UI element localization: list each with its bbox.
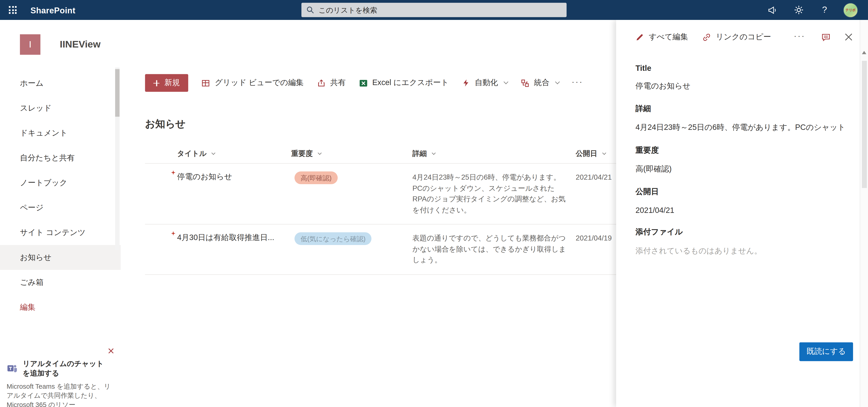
app-name[interactable]: SharePoint: [30, 5, 75, 15]
column-header-title[interactable]: タイトル: [145, 148, 291, 158]
automate-label: 自動化: [475, 78, 498, 88]
field-published: 公開日 2021/04/21: [636, 174, 843, 214]
field-value: 2021/04/21: [636, 197, 843, 214]
field-label: 重要度: [636, 133, 843, 156]
sidebar-item-announcements[interactable]: お知らせ: [0, 245, 121, 270]
sidebar-item-notebook[interactable]: ノートブック: [0, 170, 121, 195]
comments-button[interactable]: [821, 32, 831, 42]
field-value: 停電のお知らせ: [636, 72, 843, 91]
edit-all-button[interactable]: すべて編集: [636, 32, 688, 42]
avatar-label: テリボ: [845, 7, 856, 12]
search-icon: [306, 6, 314, 14]
field-label: 公開日: [636, 174, 843, 197]
teams-promo: リアルタイムのチャットを追加する Microsoft Teams を追加すると、…: [6, 343, 114, 407]
sidebar-item-site-contents[interactable]: サイト コンテンツ: [0, 220, 121, 245]
panel-scrollbar[interactable]: [860, 20, 868, 407]
new-item-icon: [170, 170, 176, 176]
site-title[interactable]: IINEView: [60, 34, 100, 55]
close-icon: [845, 33, 852, 41]
panel-command-right: [821, 32, 852, 42]
row-title-cell: 4月30日は有給取得推進日...: [145, 233, 291, 265]
command-more-button[interactable]: ···: [571, 77, 583, 89]
suite-bar: SharePoint ? テリボ: [0, 0, 868, 20]
field-label: 添付ファイル: [636, 214, 843, 237]
field-importance: 重要度 高(即確認): [636, 133, 843, 174]
suite-bar-actions: ? テリボ: [760, 0, 868, 20]
field-value: 添付されているものはありません。: [636, 237, 843, 256]
chevron-down-icon: [212, 151, 215, 155]
share-label: 共有: [330, 78, 346, 88]
chevron-down-icon: [432, 151, 436, 155]
sidebar-scrollbar-thumb[interactable]: [115, 69, 120, 117]
row-details: 表題の通りですので、どうしても業務都合がつかない場合を除いては、できるかぎり取得…: [412, 233, 576, 265]
row-title-cell: 停電のお知らせ: [145, 172, 291, 215]
sidebar-scrollbar[interactable]: [115, 67, 120, 250]
scroll-up-arrow-icon[interactable]: [862, 51, 866, 54]
sidebar-item-recycle-bin[interactable]: ごみ箱: [0, 270, 121, 295]
link-icon: [702, 32, 712, 42]
teams-promo-title: リアルタイムのチャットを追加する: [23, 359, 106, 377]
field-details: 詳細 4月24日23時～25日の6時、停電があります。PCのシャット…: [636, 91, 843, 133]
site-logo[interactable]: I: [20, 34, 40, 55]
share-icon: [316, 78, 326, 88]
column-header-details[interactable]: 詳細: [412, 148, 576, 158]
mark-read-button[interactable]: 既読にする: [799, 342, 853, 361]
grid-icon: [201, 78, 210, 88]
grid-view-edit-button[interactable]: グリッド ビューでの編集: [201, 78, 304, 88]
copy-link-button[interactable]: リンクのコピー: [702, 32, 771, 42]
chevron-down-icon: [602, 151, 606, 155]
export-excel-label: Excel にエクスポート: [372, 78, 449, 88]
sidebar-nav: ホーム スレッド ドキュメント 自分たちと共有 ノートブック ページ サイト コ…: [0, 66, 121, 407]
column-label: 重要度: [291, 148, 313, 158]
export-excel-button[interactable]: Excel にエクスポート: [359, 78, 449, 88]
gear-icon: [794, 5, 803, 15]
search-box[interactable]: [302, 3, 566, 17]
chevron-down-icon: [503, 79, 508, 84]
account-button[interactable]: テリボ: [838, 0, 864, 20]
feedback-button[interactable]: [760, 0, 785, 20]
column-label: 公開日: [576, 148, 597, 158]
integrate-icon: [520, 78, 530, 88]
sidebar-item-documents[interactable]: ドキュメント: [0, 121, 121, 145]
sidebar-item-thread[interactable]: スレッド: [0, 96, 121, 121]
panel-command-bar: すべて編集 リンクのコピー ···: [636, 28, 852, 46]
teams-promo-body: Microsoft Teams を追加すると、リアルタイムで共同作業したり、Mi…: [6, 382, 114, 407]
grid-view-edit-label: グリッド ビューでの編集: [215, 78, 304, 88]
importance-badge: 高(即確認): [294, 171, 338, 184]
row-importance-cell: 低(気になったら確認): [291, 233, 412, 265]
automate-icon: [462, 78, 470, 87]
importance-badge: 低(気になったら確認): [294, 232, 372, 245]
row-details: 4月24日23時～25日の6時、停電があります。PCのシャットダウン、スケジュー…: [412, 172, 576, 215]
field-title: Title 停電のお知らせ: [636, 51, 843, 91]
field-attachments: 添付ファイル 添付されているものはありません。: [636, 214, 843, 256]
row-title[interactable]: 4月30日は有給取得推進日...: [177, 233, 274, 243]
sidebar-item-home[interactable]: ホーム: [0, 71, 121, 96]
app-launcher-button[interactable]: [0, 0, 25, 20]
automate-button[interactable]: 自動化: [462, 78, 507, 88]
integrate-button[interactable]: 統合: [520, 78, 559, 88]
panel-close-button[interactable]: [845, 33, 852, 41]
column-label: 詳細: [412, 148, 427, 158]
promo-close-button[interactable]: [108, 347, 114, 353]
row-title[interactable]: 停電のお知らせ: [177, 172, 232, 182]
help-icon: ?: [822, 5, 827, 15]
panel-scrollbar-thumb[interactable]: [862, 61, 867, 188]
field-value: 4月24日23時～25日の6時、停電があります。PCのシャット…: [636, 114, 843, 133]
megaphone-icon: [767, 5, 778, 15]
copy-link-label: リンクのコピー: [716, 32, 771, 42]
share-button[interactable]: 共有: [316, 78, 346, 88]
integrate-label: 統合: [534, 78, 549, 88]
chevron-down-icon: [318, 151, 321, 155]
settings-button[interactable]: [785, 0, 812, 20]
panel-more-button[interactable]: ···: [794, 31, 805, 43]
sidebar-item-edit[interactable]: 編集: [0, 295, 121, 320]
help-button[interactable]: ?: [812, 0, 838, 20]
search-input[interactable]: [319, 6, 562, 14]
column-header-importance[interactable]: 重要度: [291, 148, 412, 158]
sharepoint-window: SharePoint ? テリボ: [0, 0, 868, 407]
panel-fields: Title 停電のお知らせ 詳細 4月24日23時～25日の6時、停電があります…: [636, 51, 843, 256]
chevron-down-icon: [555, 79, 560, 84]
sidebar-item-shared-with-us[interactable]: 自分たちと共有: [0, 145, 121, 170]
sidebar-item-pages[interactable]: ページ: [0, 195, 121, 220]
new-button[interactable]: 新規: [145, 74, 188, 92]
